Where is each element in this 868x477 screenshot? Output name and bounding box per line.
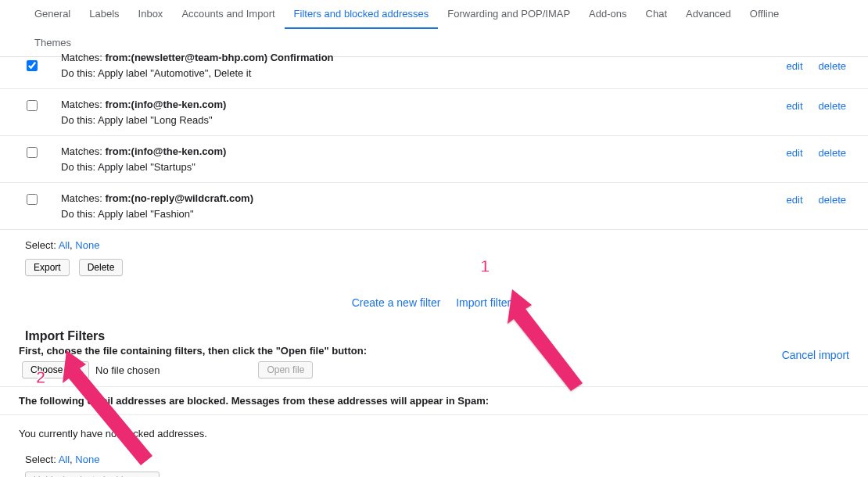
filter-dothis: Do this: Apply label "Automotive", Delet… bbox=[61, 66, 787, 81]
cancel-import-link[interactable]: Cancel import bbox=[782, 349, 849, 361]
select-bar: Select: All, None bbox=[19, 236, 849, 254]
filter-action-links: Create a new filter Import filters bbox=[0, 287, 868, 318]
filter-matches: Matches: from:(newsletter@team-bhp.com) … bbox=[61, 50, 787, 66]
annotation-arrow-1 bbox=[489, 289, 590, 399]
delete-link[interactable]: delete bbox=[819, 60, 846, 72]
delete-link[interactable]: delete bbox=[819, 147, 846, 159]
select-all-link[interactable]: All bbox=[59, 239, 70, 251]
tab-chat[interactable]: Chat bbox=[637, 0, 676, 29]
tab-inbox[interactable]: Inbox bbox=[129, 0, 173, 29]
filter-checkbox[interactable] bbox=[27, 100, 38, 111]
tab-accounts[interactable]: Accounts and Import bbox=[172, 0, 284, 29]
filter-checkbox[interactable] bbox=[27, 194, 38, 205]
filter-row: Matches: from:(info@the-ken.com) Do this… bbox=[0, 89, 868, 136]
filter-matches: Matches: from:(info@the-ken.com) bbox=[61, 97, 787, 113]
tab-offline[interactable]: Offline bbox=[741, 0, 788, 29]
tab-addons[interactable]: Add-ons bbox=[579, 0, 636, 29]
filter-dothis: Do this: Apply label "Startups" bbox=[61, 160, 787, 175]
create-filter-link[interactable]: Create a new filter bbox=[352, 296, 441, 309]
svg-marker-1 bbox=[63, 350, 152, 465]
edit-link[interactable]: edit bbox=[787, 60, 803, 72]
filter-dothis: Do this: Apply label "Long Reads" bbox=[61, 113, 787, 128]
delete-button[interactable]: Delete bbox=[79, 259, 124, 276]
select-none-link[interactable]: None bbox=[75, 239, 99, 251]
export-button[interactable]: Export bbox=[25, 259, 70, 276]
delete-link[interactable]: delete bbox=[819, 194, 846, 206]
tab-forwarding[interactable]: Forwarding and POP/IMAP bbox=[438, 0, 579, 29]
svg-marker-0 bbox=[508, 289, 583, 391]
filter-matches: Matches: from:(no-reply@wildcraft.com) bbox=[61, 191, 787, 206]
open-file-button[interactable]: Open file bbox=[258, 361, 313, 378]
import-filters-heading: Import Filters bbox=[19, 323, 367, 345]
filter-checkbox[interactable] bbox=[27, 147, 38, 158]
settings-tabs: General Labels Inbox Accounts and Import… bbox=[0, 0, 868, 57]
edit-link[interactable]: edit bbox=[787, 147, 803, 159]
filter-row: Matches: from:(newsletter@team-bhp.com) … bbox=[0, 57, 868, 89]
tab-labels[interactable]: Labels bbox=[80, 0, 128, 29]
tab-advanced[interactable]: Advanced bbox=[676, 0, 741, 29]
filter-checkbox[interactable] bbox=[27, 60, 38, 71]
edit-link[interactable]: edit bbox=[787, 100, 803, 112]
filter-matches: Matches: from:(info@the-ken.com) bbox=[61, 144, 787, 160]
delete-link[interactable]: delete bbox=[819, 100, 846, 112]
filter-row: Matches: from:(info@the-ken.com) Do this… bbox=[0, 136, 868, 183]
annotation-number-2: 2 bbox=[36, 368, 45, 388]
tab-filters[interactable]: Filters and blocked addresses bbox=[285, 0, 439, 29]
edit-link[interactable]: edit bbox=[787, 194, 803, 206]
filter-row: Matches: from:(no-reply@wildcraft.com) D… bbox=[0, 183, 868, 230]
tab-general[interactable]: General bbox=[25, 0, 80, 29]
annotation-arrow-2 bbox=[47, 350, 164, 475]
annotation-number-1: 1 bbox=[480, 256, 490, 277]
filter-dothis: Do this: Apply label "Fashion" bbox=[61, 206, 787, 222]
